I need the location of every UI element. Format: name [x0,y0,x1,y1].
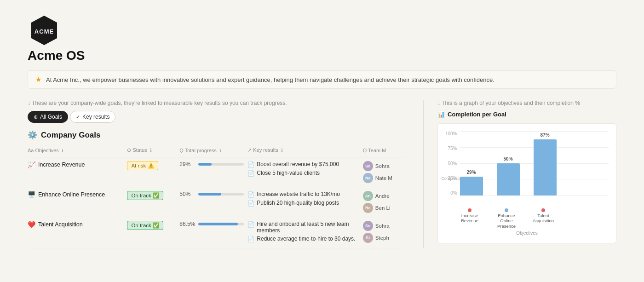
avatar-name: Sohra [375,163,390,169]
bar-value-label: 50% [504,156,513,161]
progress-pct: 86.5% [179,221,196,227]
avatar-row: So Sohra [363,221,401,231]
tab-all-goals-icon: ⊕ [34,114,38,120]
chart-title-row: 📊 Completion per Goal [437,111,616,118]
key-result-item: 📄Close 5 high-value clients [247,170,359,177]
cell-progress: 86.5% [179,217,247,248]
x-label-group: Talent Acquisition [532,208,555,229]
col-header-team: Q Team M [363,145,405,157]
col-header-status: ⊙ Status ℹ [127,145,179,157]
chart-bar-icon: 📊 [437,111,445,118]
key-result-item: 📄Increase website traffic to 13K/mo [247,191,359,198]
description-text: At Acme Inc., we empower businesses with… [46,76,494,83]
cell-progress: 29% [179,157,247,187]
col-header-keyresults: ↗ Key results ℹ [247,145,363,157]
table-row[interactable]: ❤️Talent AcquisitionOn track ✅ 86.5% 📄Hi… [28,217,405,248]
cell-status: On track ✅ [127,187,179,217]
progress-bar-fill [198,223,238,225]
cell-team: So Sohra Na Nate M [363,157,405,187]
bar-value-label: 87% [540,132,550,138]
tab-key-results[interactable]: ✓ Key results [70,111,115,123]
progress-pct: 29% [179,161,196,167]
logo: ACME [28,14,616,48]
star-icon: ★ [35,75,41,84]
avatar: St [363,233,373,243]
x-label-text: Enhance Online Presence [495,213,518,229]
avatar-name: Andre [375,193,390,199]
chart-y-axis: 100% 75% 50% 25% 0% [445,131,457,205]
chart-area: 100% 75% 50% 25% 0% Completion [437,123,616,243]
avatar-row: An Andre [363,191,401,201]
status-badge: On track ✅ [127,191,163,200]
bar-group: 29% [460,170,483,196]
avatar-row: Na Nate M [363,173,401,183]
key-result-item: 📄Publish 20 high-quality blog posts [247,200,359,207]
table-row[interactable]: 🖥️Enhance Online PresenceOn track ✅ 50% … [28,187,405,217]
avatar: Be [363,203,373,213]
x-label-dot [468,208,472,212]
cell-key-results: 📄Increase website traffic to 13K/mo📄Publ… [247,187,363,217]
avatar-name: Ben Li [375,205,391,211]
cell-key-results: 📄Hire and onboard at least 5 new team me… [247,217,363,248]
cell-objective: 🖥️Enhance Online Presence [28,187,127,217]
x-label-dot [541,208,545,212]
progress-bar-bg [198,223,244,225]
avatar-row: St Steph [363,233,401,243]
cell-progress: 50% [179,187,247,217]
x-label-text: Talent Acquisition [532,213,555,224]
tab-key-results-label: Key results [82,114,109,120]
status-badge: At risk ⚠️ [127,161,158,170]
progress-bar-fill [198,193,221,196]
bar [497,163,520,196]
section-title: ⚙️ Company Goals [28,130,405,140]
cell-objective: ❤️Talent Acquisition [28,217,127,248]
section-icon: ⚙️ [28,130,37,140]
avatar: So [363,161,373,171]
cell-team: An Andre Be Ben Li [363,187,405,217]
table-row[interactable]: 📈Increase RevenueAt risk ⚠️ 29% 📄Boost o… [28,157,405,187]
page-title: Acme OS [28,48,616,63]
chart-title: Completion per Goal [448,111,506,118]
y-label-0: 0% [445,190,457,196]
avatar: An [363,191,373,201]
avatar-row: Be Ben Li [363,203,401,213]
x-axis-title: Objectives [445,230,609,236]
bar-group: 87% [534,132,557,196]
avatar-name: Steph [375,235,389,241]
chart-hint: ↓ This is a graph of your objectives and… [437,100,616,106]
tab-row: ⊕ All Goals ✓ Key results [28,111,405,123]
progress-pct: 50% [179,191,196,197]
bar [460,177,483,196]
avatar: Na [363,173,373,183]
avatar-row: So Sohra [363,161,401,171]
avatar: So [363,221,373,231]
cell-team: So Sohra St Steph [363,217,405,248]
svg-text:ACME: ACME [34,28,54,35]
x-label-group: Enhance Online Presence [495,208,518,229]
tab-key-results-icon: ✓ [76,114,80,120]
key-result-item: 📄Boost overall revenue by $75,000 [247,161,359,168]
avatar-name: Nate M [375,175,392,181]
goals-table: Aa Objectives ℹ ⊙ Status ℹ Q Total progr… [28,145,405,248]
x-label-group: Increase Revenue [458,208,481,229]
col-header-progress: Q Total progress ℹ [179,145,247,157]
cell-status: On track ✅ [127,217,179,248]
x-label-text: Increase Revenue [458,213,481,224]
key-result-item: 📄Reduce average time-to-hire to 30 days. [247,236,359,242]
y-label-50: 50% [445,161,457,166]
x-label-dot [505,208,508,212]
bar [534,139,557,196]
bar-value-label: 29% [467,170,476,175]
goals-hint: ↓ These are your company-wide goals, the… [28,100,405,106]
bars-area: 29% 50% 87% [460,131,609,196]
left-panel: ↓ These are your company-wide goals, the… [28,100,423,248]
cell-status: At risk ⚠️ [127,157,179,187]
avatar-name: Sohra [375,223,390,229]
progress-bar-bg [198,193,244,196]
status-badge: On track ✅ [127,221,163,230]
bar-group: 50% [497,156,520,196]
tab-all-goals[interactable]: ⊕ All Goals [28,111,68,123]
y-label-75: 75% [445,146,457,151]
cell-key-results: 📄Boost overall revenue by $75,000📄Close … [247,157,363,187]
col-header-objectives: Aa Objectives ℹ [28,145,127,157]
